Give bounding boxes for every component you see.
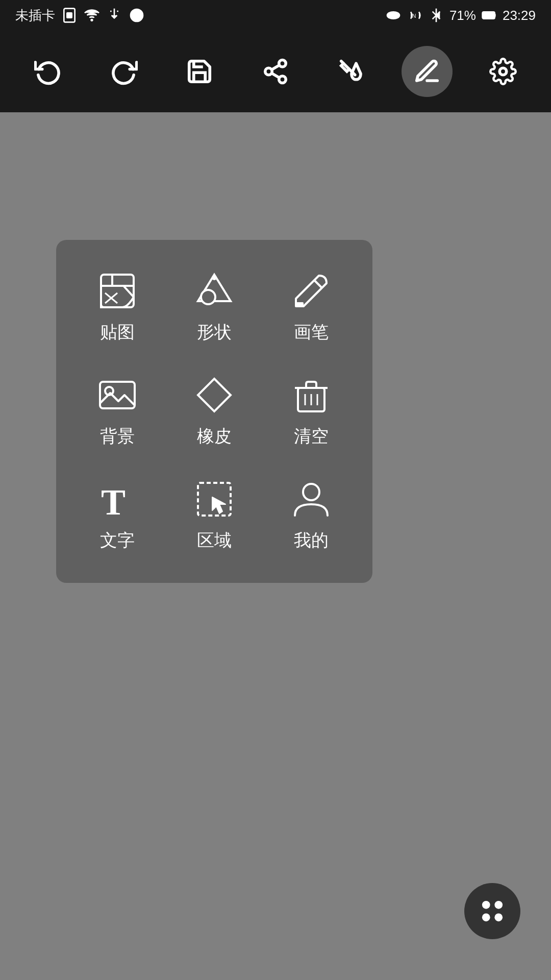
eye-icon xyxy=(385,7,402,23)
toolbar xyxy=(0,31,551,112)
tool-eraser[interactable]: 橡皮 xyxy=(168,364,260,458)
more-icon xyxy=(474,893,510,929)
undo-button[interactable] xyxy=(22,46,73,97)
tool-bg[interactable]: 背景 xyxy=(71,364,163,458)
pen-icon xyxy=(291,271,332,311)
svg-point-3 xyxy=(131,9,143,21)
battery-icon xyxy=(481,7,497,23)
status-right: N 71% 23:29 xyxy=(385,7,536,23)
eraser-label: 橡皮 xyxy=(197,425,232,448)
svg-line-13 xyxy=(271,65,279,70)
text-label: 文字 xyxy=(100,529,135,552)
svg-point-23 xyxy=(201,290,215,304)
svg-point-14 xyxy=(499,68,507,75)
svg-point-10 xyxy=(265,68,272,75)
tool-region[interactable]: 区域 xyxy=(168,469,260,562)
tool-sticker[interactable]: 贴图 xyxy=(71,260,163,354)
svg-point-24 xyxy=(212,275,217,280)
person-icon xyxy=(291,479,332,520)
region-label: 区域 xyxy=(197,529,232,552)
svg-line-12 xyxy=(271,73,279,78)
pen-label: 画笔 xyxy=(294,321,329,344)
svg-text:N: N xyxy=(412,13,416,19)
sticker-icon xyxy=(97,271,138,311)
text-icon: T xyxy=(97,479,138,520)
shape-label: 形状 xyxy=(197,321,232,344)
share-button[interactable] xyxy=(250,46,301,97)
tool-pen[interactable]: 画笔 xyxy=(265,260,357,354)
trash-icon xyxy=(291,375,332,415)
redo-button[interactable] xyxy=(98,46,149,97)
tool-grid: 贴图 形状 画笔 xyxy=(56,240,372,583)
pen-active-button[interactable] xyxy=(402,46,453,97)
svg-point-43 xyxy=(494,913,503,921)
svg-rect-1 xyxy=(67,13,72,18)
svg-point-9 xyxy=(279,60,286,67)
mine-label: 我的 xyxy=(294,529,329,552)
svg-point-2 xyxy=(91,19,93,21)
sticker-label: 贴图 xyxy=(100,321,135,344)
svg-point-42 xyxy=(482,913,490,921)
tool-shape[interactable]: 形状 xyxy=(168,260,260,354)
sync-icon xyxy=(129,7,145,23)
svg-point-5 xyxy=(391,13,395,17)
svg-rect-28 xyxy=(100,382,135,408)
carrier-label: 未插卡 xyxy=(15,7,55,24)
fill-button[interactable] xyxy=(326,46,377,97)
status-bar: 未插卡 N 71% 2 xyxy=(0,0,551,31)
svg-point-11 xyxy=(279,76,286,83)
svg-point-41 xyxy=(494,901,503,909)
shape-icon xyxy=(194,271,235,311)
svg-point-40 xyxy=(482,901,490,909)
nfc-icon: N xyxy=(407,7,423,23)
svg-point-39 xyxy=(303,484,319,500)
eraser-icon xyxy=(194,375,235,415)
wifi-icon xyxy=(84,7,100,23)
tool-text[interactable]: T 文字 xyxy=(71,469,163,562)
region-icon xyxy=(194,479,235,520)
tool-mine[interactable]: 我的 xyxy=(265,469,357,562)
clear-label: 清空 xyxy=(294,425,329,448)
svg-marker-30 xyxy=(198,379,231,411)
battery-label: 71% xyxy=(449,8,476,23)
save-button[interactable] xyxy=(174,46,225,97)
svg-line-18 xyxy=(123,286,134,297)
svg-rect-8 xyxy=(483,13,491,18)
svg-line-26 xyxy=(314,280,322,288)
svg-text:T: T xyxy=(101,482,126,520)
svg-rect-27 xyxy=(296,302,304,306)
time-label: 23:29 xyxy=(503,8,536,23)
image-icon xyxy=(97,375,138,415)
bluetooth-icon xyxy=(428,7,444,23)
tool-clear[interactable]: 清空 xyxy=(265,364,357,458)
usb-icon xyxy=(106,7,122,23)
sim-icon xyxy=(61,7,78,23)
svg-marker-38 xyxy=(212,497,226,513)
more-button[interactable] xyxy=(464,883,520,939)
status-left: 未插卡 xyxy=(15,7,145,24)
canvas-area[interactable]: 贴图 形状 画笔 xyxy=(0,112,551,980)
bg-label: 背景 xyxy=(100,425,135,448)
settings-button[interactable] xyxy=(478,46,529,97)
